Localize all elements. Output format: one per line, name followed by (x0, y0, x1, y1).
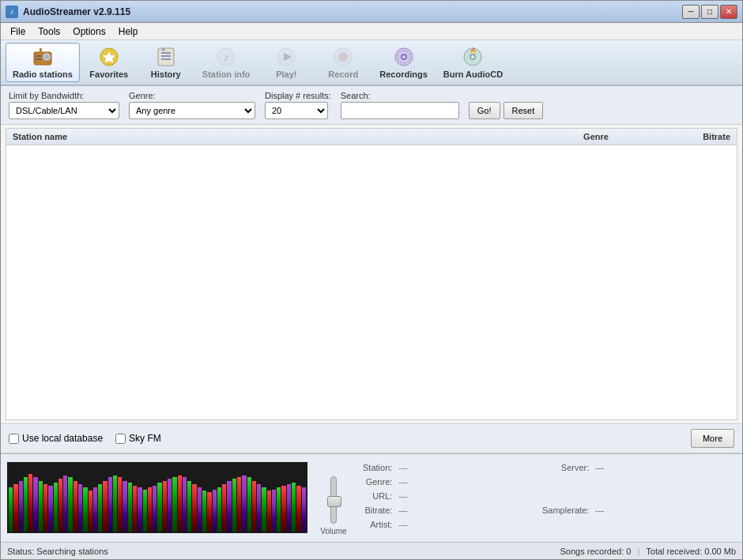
station-info-label: Station info (202, 70, 251, 79)
favorites-label: Favorites (89, 70, 128, 79)
window-controls: ─ □ ✕ (682, 5, 737, 19)
table-header: Station name Genre Bitrate (6, 129, 737, 145)
reset-button[interactable]: Reset (504, 102, 544, 119)
status-text: Status: Searching stations (7, 547, 560, 556)
viz-bar (83, 487, 87, 532)
menu-tools[interactable]: Tools (32, 24, 66, 39)
filter-bar: Limit by Bandwidth: DSL/Cable/LAN Modem … (1, 86, 742, 125)
viz-bar (113, 475, 117, 532)
viz-bar (207, 492, 211, 532)
toolbar-favorites[interactable]: Favorites (81, 43, 137, 82)
viz-bar (58, 479, 62, 532)
artist-value: --- (398, 520, 536, 529)
play-icon (275, 46, 297, 68)
toolbar-play[interactable]: Play! (258, 43, 314, 82)
station-value: --- (398, 463, 536, 472)
toolbar-burn-audio-cd[interactable]: 🔥 Burn AudioCD (436, 43, 510, 82)
go-button[interactable]: Go! (469, 102, 500, 119)
svg-text:🔥: 🔥 (470, 47, 477, 54)
toolbar-history[interactable]: History (138, 43, 194, 82)
total-received: Total received: 0.00 Mb (646, 547, 736, 556)
viz-bar (33, 477, 37, 532)
viz-bar (262, 487, 266, 532)
menu-help[interactable]: Help (112, 24, 145, 39)
col-bitrate: Bitrate (667, 132, 730, 141)
volume-knob[interactable] (327, 496, 341, 507)
favorites-icon (98, 46, 120, 68)
viz-bar (302, 487, 306, 532)
viz-bar (68, 477, 72, 532)
viz-bar (78, 484, 82, 532)
viz-bar (93, 487, 97, 532)
sky-fm-group: Sky FM (115, 433, 161, 444)
volume-label: Volume (320, 527, 346, 536)
genre-select[interactable]: Any genre Pop Rock Jazz Classical (129, 102, 255, 119)
maximize-button[interactable]: □ (701, 5, 718, 19)
more-button[interactable]: More (691, 429, 734, 448)
url-label: URL: (363, 491, 392, 501)
viz-bar (54, 483, 58, 532)
viz-bar (153, 486, 157, 532)
display-select[interactable]: 20 50 100 All (265, 102, 328, 119)
viz-bar (118, 477, 122, 532)
main-content: Limit by Bandwidth: DSL/Cable/LAN Modem … (1, 86, 742, 453)
viz-bar (163, 481, 167, 532)
svg-rect-5 (40, 48, 42, 53)
menu-options[interactable]: Options (66, 24, 111, 39)
window-title: AudioStreamer v2.9.115 (23, 6, 682, 17)
svg-text:♪: ♪ (224, 51, 229, 63)
bottom-controls: Use local database Sky FM More (1, 423, 742, 453)
viz-bar (168, 479, 172, 532)
recordings-icon (393, 46, 415, 68)
viz-bar (108, 477, 112, 532)
bitrate-value: --- (398, 506, 531, 515)
viz-bar (192, 484, 196, 532)
toolbar-recordings[interactable]: Recordings (372, 43, 435, 82)
search-input[interactable] (341, 102, 459, 119)
toolbar-record[interactable]: Record (315, 43, 371, 82)
app-icon: ♪ (6, 6, 18, 18)
menu-file[interactable]: File (4, 24, 32, 39)
local-db-checkbox[interactable] (9, 434, 19, 444)
viz-bar (24, 477, 28, 532)
viz-bar (43, 484, 47, 532)
bandwidth-select[interactable]: DSL/Cable/LAN Modem 56k ISDN 128k T1/T3 (9, 102, 119, 119)
viz-bar (13, 484, 17, 532)
viz-bar (272, 490, 276, 532)
bandwidth-label: Limit by Bandwidth: (9, 91, 119, 100)
viz-bar (232, 479, 236, 532)
server-label: Server: (542, 463, 589, 472)
viz-bar (143, 490, 147, 532)
close-button[interactable]: ✕ (720, 5, 737, 19)
display-label: Display # results: (265, 91, 331, 100)
genre-filter-group: Genre: Any genre Pop Rock Jazz Classical (129, 91, 255, 119)
burn-audio-cd-icon: 🔥 (462, 46, 484, 68)
toolbar: Radio stations Favorites (1, 40, 742, 86)
viz-bar (89, 490, 92, 532)
viz-bar (247, 477, 251, 532)
display-filter-group: Display # results: 20 50 100 All (265, 91, 331, 119)
station-info-icon: ♪ (215, 46, 237, 68)
viz-bar (98, 484, 102, 532)
svg-point-21 (402, 55, 405, 58)
viz-bar (39, 481, 43, 532)
viz-bar (292, 483, 296, 532)
viz-bar (257, 484, 261, 532)
volume-control: Volume (314, 462, 353, 542)
genre-info-label: Genre: (363, 477, 392, 487)
history-label: History (151, 70, 181, 79)
table-body (6, 145, 737, 415)
toolbar-station-info[interactable]: ♪ Station info (195, 43, 258, 82)
info-panel: Station: --- Server: --- Genre: --- URL:… (353, 454, 742, 542)
col-station-name: Station name (13, 132, 525, 141)
minimize-button[interactable]: ─ (682, 5, 700, 19)
visualizer-section: Volume Station: --- Server: --- Genre: -… (1, 453, 742, 542)
sky-fm-label: Sky FM (129, 433, 161, 444)
toolbar-radio-stations[interactable]: Radio stations (6, 43, 80, 82)
samplerate-label: Samplerate: (542, 506, 589, 515)
sky-fm-checkbox[interactable] (115, 434, 126, 444)
station-label: Station: (363, 463, 392, 472)
viz-bar (157, 483, 161, 532)
volume-slider-track (330, 476, 337, 524)
bandwidth-filter-group: Limit by Bandwidth: DSL/Cable/LAN Modem … (9, 91, 119, 119)
